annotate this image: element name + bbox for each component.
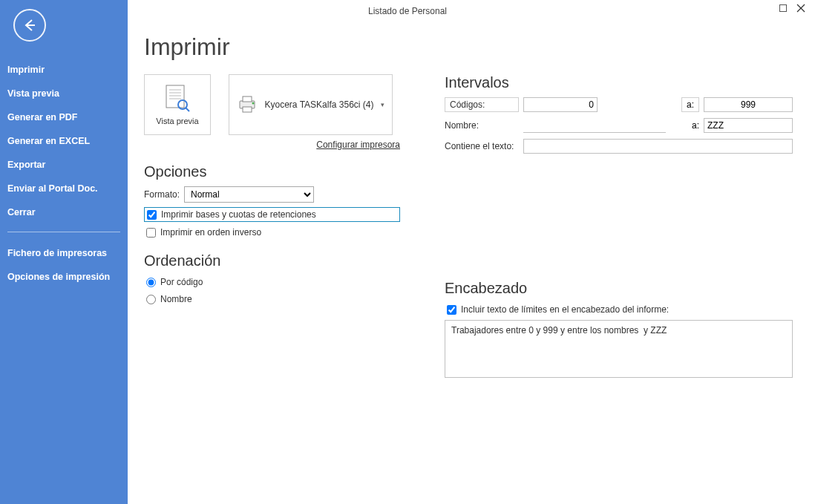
encabezado-textarea[interactable] [445,320,793,378]
intervalos-heading: Intervalos [445,74,793,91]
sidebar-item-exportar[interactable]: Exportar [0,153,128,177]
configurar-impresora-link[interactable]: Configurar impresora [144,140,400,150]
nombre-from-input[interactable] [523,118,666,133]
sidebar-item-generar-excel[interactable]: Generar en EXCEL [0,129,128,153]
document-preview-icon [164,84,191,114]
radio-nombre-row[interactable]: Nombre [144,292,400,306]
radio-nombre[interactable] [146,295,156,304]
svg-rect-13 [243,107,252,112]
chevron-down-icon: ▾ [381,101,384,108]
main-content: Imprimir Vista previa [128,22,815,504]
svg-rect-0 [780,5,787,12]
codigos-to-input[interactable] [704,97,793,112]
codigos-from-input[interactable] [523,97,598,112]
chk-retenciones-label[interactable]: Imprimir bases y cuotas de retenciones [161,209,316,220]
chk-inverso-row[interactable]: Imprimir en orden inverso [144,226,400,239]
chk-inverso[interactable] [146,228,156,238]
close-button[interactable] [796,3,806,13]
contiene-label: Contiene el texto: [445,141,519,151]
opciones-heading: Opciones [144,163,400,180]
printer-icon [237,95,258,114]
a-label-2: a: [692,120,699,131]
sidebar-item-opciones-impresion[interactable]: Opciones de impresión [0,265,128,289]
a-label-1: a: [681,97,699,112]
svg-rect-12 [243,96,252,102]
printer-selector[interactable]: Kyocera TASKalfa 356ci (4) ▾ [229,74,393,135]
vista-previa-label: Vista previa [156,117,198,125]
encabezado-heading: Encabezado [445,280,793,297]
chk-retenciones[interactable] [147,210,157,220]
sidebar-item-cerrar[interactable]: Cerrar [0,200,128,224]
window-controls [778,3,815,13]
printer-name: Kyocera TASKalfa 356ci (4) [265,99,374,110]
chk-encabezado-row[interactable]: Incluir texto de límites en el encabezad… [445,303,793,316]
nombre-label: Nombre: [445,120,519,131]
sidebar-item-vista-previa[interactable]: Vista previa [0,82,128,105]
ordenacion-heading: Ordenación [144,252,400,269]
window-title: Listado de Personal [368,6,447,16]
sidebar-divider [7,232,120,232]
formato-select[interactable]: Normal [184,186,314,203]
contiene-input[interactable] [523,139,793,154]
chk-encabezado[interactable] [447,305,456,315]
codigos-label: Códigos: [445,97,519,112]
radio-por-codigo-row[interactable]: Por código [144,275,400,289]
svg-point-14 [252,102,254,105]
vista-previa-button[interactable]: Vista previa [144,74,211,135]
page-title: Imprimir [144,33,793,61]
chk-inverso-label[interactable]: Imprimir en orden inverso [160,227,261,238]
radio-por-codigo-label[interactable]: Por código [160,277,203,287]
sidebar-item-imprimir[interactable]: Imprimir [0,58,128,82]
radio-por-codigo[interactable] [146,278,156,287]
chk-encabezado-label[interactable]: Incluir texto de límites en el encabezad… [461,304,669,315]
sidebar: Imprimir Vista previa Generar en PDF Gen… [0,0,128,504]
sidebar-item-generar-pdf[interactable]: Generar en PDF [0,105,128,129]
sidebar-item-enviar-portal[interactable]: Enviar al Portal Doc. [0,177,128,200]
back-button[interactable] [13,9,46,42]
svg-rect-4 [166,85,184,108]
svg-line-10 [186,108,189,111]
chk-retenciones-row[interactable]: Imprimir bases y cuotas de retenciones [144,207,400,222]
maximize-button[interactable] [778,3,788,13]
formato-label: Formato: [144,189,180,200]
nombre-to-input[interactable] [704,118,793,133]
radio-nombre-label[interactable]: Nombre [160,294,192,304]
sidebar-item-fichero-impresoras[interactable]: Fichero de impresoras [0,241,128,265]
